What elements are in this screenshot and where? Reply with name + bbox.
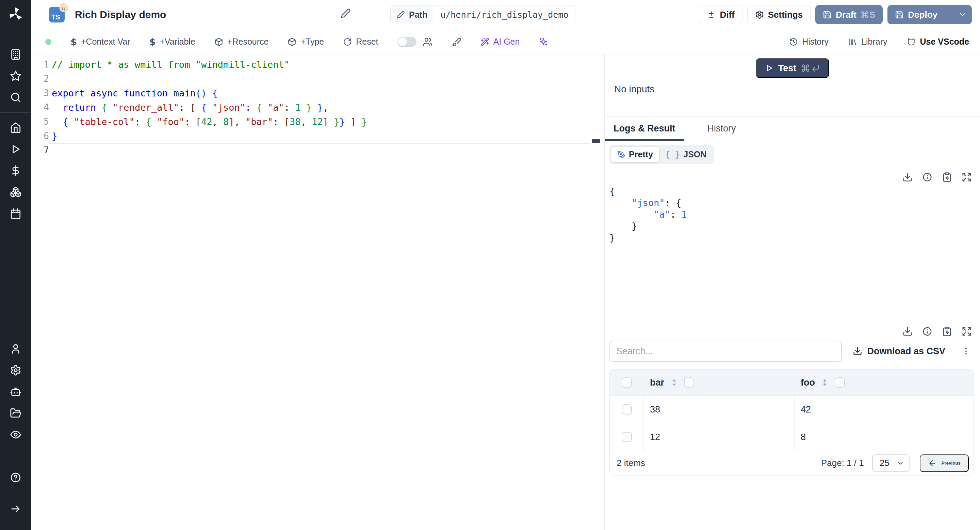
- sidebar-item-help[interactable]: [8, 471, 23, 484]
- sidebar-item-search[interactable]: [8, 91, 23, 104]
- sidebar-item-audit[interactable]: [8, 428, 23, 441]
- test-section: Test No inputs: [605, 54, 980, 116]
- sort-bar-button[interactable]: [670, 378, 679, 387]
- windmill-logo-icon[interactable]: [7, 5, 24, 23]
- code-line[interactable]: 2: [31, 72, 605, 86]
- clipboard-copy-icon: [942, 172, 952, 182]
- column-header-foo: foo: [801, 377, 815, 388]
- play-icon: [10, 144, 21, 155]
- diff-mode-toggle[interactable]: [398, 37, 417, 47]
- sidebar-item-settings[interactable]: [8, 364, 23, 377]
- download-table-button[interactable]: [902, 326, 913, 337]
- library-icon: [848, 37, 857, 46]
- table-row: 128: [610, 423, 974, 451]
- reset-button[interactable]: Reset: [343, 37, 378, 47]
- package-icon: [288, 37, 296, 46]
- result-block-json: { "json": { "a": 1 }}: [609, 172, 974, 326]
- clipboard-copy-icon: [942, 326, 952, 337]
- deploy-dropdown-button[interactable]: [953, 10, 972, 19]
- sidebar-item-home[interactable]: [8, 121, 23, 134]
- tab-logs-result[interactable]: Logs & Result: [605, 117, 684, 140]
- settings-button[interactable]: Settings: [747, 5, 811, 24]
- sidebar-item-users[interactable]: [8, 342, 23, 356]
- result-table: bar foo 3842128 2 items: [609, 369, 974, 476]
- column-bar-checkbox[interactable]: [684, 377, 694, 388]
- sidebar-item-favorites[interactable]: [8, 69, 23, 83]
- info-icon: [922, 326, 932, 337]
- history-button[interactable]: History: [789, 37, 829, 47]
- sidebar-group-top: [8, 48, 23, 104]
- panel-resize-handle[interactable]: [592, 139, 600, 143]
- copy-table-button[interactable]: [942, 326, 952, 337]
- copy-result-button[interactable]: [942, 172, 952, 182]
- sidebar-item-folders[interactable]: [8, 406, 23, 420]
- ai-gen-button[interactable]: AI Gen: [480, 37, 520, 47]
- code-line[interactable]: 4 return { "render_all": [ { "json": { "…: [31, 100, 605, 115]
- users-icon: [423, 37, 433, 47]
- deploy-button[interactable]: Deploy: [888, 5, 972, 24]
- format-code-button[interactable]: [452, 37, 461, 47]
- table-actions: [609, 326, 974, 337]
- sort-foo-button[interactable]: [821, 378, 829, 387]
- expand-table-button[interactable]: [962, 326, 972, 337]
- info-icon: [922, 172, 932, 182]
- code-line[interactable]: 6}: [31, 129, 605, 143]
- dollar-icon: $: [70, 37, 77, 47]
- typescript-badge-label: TS: [51, 13, 60, 21]
- page-size-select[interactable]: 25: [872, 454, 910, 472]
- line-number: 2: [31, 73, 49, 84]
- column-foo-checkbox[interactable]: [835, 377, 845, 388]
- result-info-button[interactable]: [922, 172, 932, 182]
- code-line[interactable]: 1// import * as wmill from "windmill-cli…: [31, 57, 605, 72]
- code-line[interactable]: 5 { "table-col": { "foo": [42, 8], "bar"…: [31, 115, 605, 129]
- previous-page-button[interactable]: Previous: [920, 454, 969, 472]
- refresh-icon: [343, 37, 352, 46]
- script-path-field[interactable]: Path u/henri/rich_display_demo: [390, 5, 576, 24]
- sidebar-item-resources[interactable]: [8, 185, 23, 199]
- sidebar-item-workers[interactable]: [8, 385, 23, 399]
- result-view-toggle: Pretty { } JSON: [609, 145, 714, 164]
- indent-guide: [52, 100, 52, 129]
- diff-button[interactable]: Diff: [699, 5, 742, 24]
- pencil-icon: [340, 8, 351, 18]
- sidebar-item-runs[interactable]: [8, 142, 23, 156]
- row-checkbox[interactable]: [622, 432, 632, 442]
- code-editor[interactable]: 1// import * as wmill from "windmill-cli…: [31, 54, 605, 530]
- code-line[interactable]: 7: [31, 143, 605, 157]
- select-all-checkbox[interactable]: [622, 377, 632, 388]
- edit-summary-button[interactable]: [340, 8, 353, 21]
- editor-panel-divider: [590, 54, 590, 530]
- use-vscode-button[interactable]: Use VScode: [907, 37, 969, 47]
- test-button[interactable]: Test: [756, 58, 829, 78]
- expand-result-button[interactable]: [962, 172, 972, 182]
- search-input[interactable]: [609, 341, 842, 362]
- add-resource-button[interactable]: +Resource: [215, 37, 269, 47]
- result-json: { "json": { "a": 1 }}: [609, 186, 974, 244]
- add-context-var-button[interactable]: $+Context Var: [70, 37, 130, 47]
- download-result-button[interactable]: [902, 172, 913, 182]
- sidebar-item-schedules[interactable]: [8, 207, 23, 220]
- add-variable-button[interactable]: $+Variable: [150, 37, 195, 47]
- sidebar-item-variables[interactable]: [8, 164, 23, 177]
- sidebar-item-workspace[interactable]: [8, 48, 23, 61]
- pretty-view-option[interactable]: Pretty: [611, 147, 659, 162]
- code-line[interactable]: 3export async function main() {: [31, 86, 605, 100]
- table-info-button[interactable]: [922, 326, 932, 337]
- tab-history[interactable]: History: [698, 117, 745, 140]
- folder-icon: [10, 407, 21, 419]
- ai-sparkles-button[interactable]: [539, 37, 548, 47]
- brush-icon: [452, 37, 461, 47]
- json-view-option[interactable]: { } JSON: [659, 147, 713, 162]
- sidebar-item-expand[interactable]: [8, 502, 23, 516]
- line-number: 1: [31, 59, 49, 69]
- library-button[interactable]: Library: [848, 37, 887, 47]
- add-type-button[interactable]: +Type: [288, 37, 324, 47]
- row-checkbox[interactable]: [622, 404, 632, 415]
- download-csv-button[interactable]: Download as CSV: [853, 346, 945, 357]
- draft-button[interactable]: Draft S: [815, 5, 883, 24]
- draft-shortcut: S: [861, 10, 875, 20]
- table-menu-button[interactable]: [962, 347, 970, 356]
- cell-foo: 42: [795, 404, 974, 415]
- diff-label: Diff: [720, 10, 734, 20]
- arrow-right-icon: [10, 503, 21, 515]
